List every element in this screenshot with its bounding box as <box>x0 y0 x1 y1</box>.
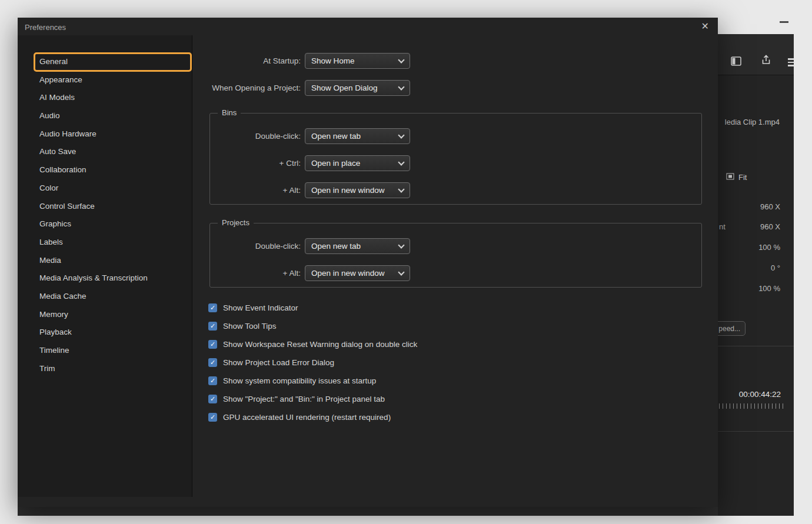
property-value[interactable]: 960 X <box>760 222 780 231</box>
checkbox-row: ✓ Show Workspace Reset Warning dialog on… <box>208 335 718 353</box>
share-export-icon[interactable] <box>760 54 772 68</box>
bins-double-click-select[interactable]: Open new tab <box>305 128 410 144</box>
checkbox-label: Show Project Load Error Dialog <box>223 358 334 367</box>
bins-ctrl-row: + Ctrl: Open in place <box>210 155 701 171</box>
dropdown-value: Open in new window <box>311 269 385 278</box>
close-icon[interactable]: ✕ <box>701 21 709 32</box>
general-settings-panel: At Startup: Show Home When Opening a Pro… <box>193 35 718 507</box>
project-bin-panel-tab-checkbox[interactable]: ✓ <box>208 395 217 403</box>
open-project-label: When Opening a Project: <box>193 84 301 92</box>
sidebar-item-audio[interactable]: Audio <box>34 107 191 125</box>
dropdown-value: Open new tab <box>311 132 361 141</box>
checkbox-row: ✓ Show Tool Tips <box>208 317 718 335</box>
preferences-dialog: Preferences ✕ General Appearance AI Mode… <box>18 18 718 507</box>
sidebar-item-control-surface[interactable]: Control Surface <box>34 198 191 216</box>
sidebar-item-collaboration[interactable]: Collaboration <box>34 161 191 179</box>
show-tool-tips-checkbox[interactable]: ✓ <box>208 322 217 331</box>
ctrl-label: + Ctrl: <box>210 159 301 168</box>
double-click-label: Double-click: <box>210 132 301 141</box>
projects-alt-row: + Alt: Open in new window <box>210 265 701 281</box>
system-compatibility-checkbox[interactable]: ✓ <box>208 376 217 385</box>
checkbox-label: Show Event Indicator <box>223 303 298 312</box>
property-row: 960 X <box>719 201 780 212</box>
panel-divider <box>718 431 794 432</box>
dropdown-value: Show Home <box>311 56 355 65</box>
double-click-label: Double-click: <box>210 242 301 251</box>
sidebar-item-audio-hardware[interactable]: Audio Hardware <box>34 125 191 143</box>
at-startup-label: At Startup: <box>193 56 301 65</box>
alt-label: + Alt: <box>210 186 301 195</box>
chevron-down-icon <box>398 269 404 275</box>
property-value[interactable]: 100 % <box>758 243 780 252</box>
sidebar-item-timeline[interactable]: Timeline <box>34 342 191 360</box>
checkbox-row: ✓ Show system compatibility issues at st… <box>208 372 718 390</box>
dropdown-value: Show Open Dialog <box>311 84 378 92</box>
property-value[interactable]: 100 % <box>758 284 780 293</box>
sidebar-item-color[interactable]: Color <box>34 179 191 198</box>
sidebar-item-auto-save[interactable]: Auto Save <box>34 143 191 161</box>
show-event-indicator-checkbox[interactable]: ✓ <box>208 303 217 312</box>
sidebar: General Appearance AI Models Audio Audio… <box>18 35 192 497</box>
at-startup-select[interactable]: Show Home <box>305 53 410 69</box>
sidebar-item-memory[interactable]: Memory <box>34 306 191 324</box>
fit-zoom-control[interactable]: Fit <box>726 173 747 182</box>
fit-label: Fit <box>738 173 747 182</box>
chevron-down-icon <box>398 84 404 90</box>
projects-double-click-select[interactable]: Open new tab <box>305 238 410 254</box>
gpu-rendering-checkbox[interactable]: ✓ <box>208 413 217 422</box>
timecode-display[interactable]: 00:00:44:22 <box>739 390 781 399</box>
sidebar-item-general[interactable]: General <box>34 53 191 71</box>
chevron-down-icon <box>398 186 404 192</box>
property-row: 0 ° <box>719 262 780 273</box>
sidebar-item-labels[interactable]: Labels <box>34 233 191 252</box>
minimize-icon[interactable] <box>780 21 788 23</box>
property-label-fragment: nt <box>719 222 726 231</box>
sidebar-item-media-analysis-transcription[interactable]: Media Analysis & Transcription <box>34 269 191 288</box>
sidebar-item-media-cache[interactable]: Media Cache <box>34 288 191 306</box>
sidebar-item-appearance[interactable]: Appearance <box>34 71 191 89</box>
bins-group-title: Bins <box>218 108 241 117</box>
app-background-sliver: ledia Clip 1.mp4 Fit 960 X nt 960 X 100 … <box>718 34 794 516</box>
sidebar-item-trim[interactable]: Trim <box>34 360 191 378</box>
workspace-reset-warning-checkbox[interactable]: ✓ <box>208 340 217 349</box>
checkbox-list: ✓ Show Event Indicator ✓ Show Tool Tips … <box>193 299 718 426</box>
fit-icon <box>726 173 734 182</box>
checkbox-row: ✓ Show Event Indicator <box>208 299 718 317</box>
projects-group: Projects Double-click: Open new tab + Al… <box>209 223 702 288</box>
checkbox-row: ✓ GPU accelerated UI rendering (restart … <box>208 408 718 426</box>
open-project-select[interactable]: Show Open Dialog <box>305 80 410 96</box>
project-load-error-checkbox[interactable]: ✓ <box>208 358 217 367</box>
sidebar-item-playback[interactable]: Playback <box>34 323 191 342</box>
property-value[interactable]: 960 X <box>760 202 780 211</box>
chevron-down-icon <box>398 56 404 63</box>
timeline-ruler[interactable] <box>719 403 785 409</box>
projects-alt-select[interactable]: Open in new window <box>305 265 410 281</box>
checkbox-row: ✓ Show Project Load Error Dialog <box>208 353 718 372</box>
dialog-title: Preferences <box>25 23 66 32</box>
sidebar-item-ai-models[interactable]: AI Models <box>34 89 191 107</box>
screenshot-root: ledia Clip 1.mp4 Fit 960 X nt 960 X 100 … <box>0 0 812 524</box>
checkbox-label: Show Workspace Reset Warning dialog on d… <box>223 340 417 349</box>
speed-button[interactable]: peed... <box>718 321 746 336</box>
projects-double-click-row: Double-click: Open new tab <box>210 238 701 254</box>
bins-ctrl-select[interactable]: Open in place <box>305 155 410 171</box>
bins-alt-select[interactable]: Open in new window <box>305 182 410 198</box>
chevron-down-icon <box>398 242 404 248</box>
bins-double-click-row: Double-click: Open new tab <box>210 128 701 144</box>
clip-name-label: ledia Clip 1.mp4 <box>725 118 780 126</box>
property-value[interactable]: 0 ° <box>771 263 780 272</box>
property-row: nt 960 X <box>719 221 780 232</box>
dropdown-value: Open in place <box>311 159 360 168</box>
checkbox-label: Show Tool Tips <box>223 322 277 331</box>
sidebar-item-graphics[interactable]: Graphics <box>34 215 191 233</box>
hamburger-menu-icon[interactable] <box>788 58 794 68</box>
checkbox-label: Show "Project:" and "Bin:" in Project pa… <box>223 395 385 403</box>
checkbox-label: Show system compatibility issues at star… <box>223 376 376 385</box>
chevron-down-icon <box>398 132 404 138</box>
sidebar-item-media[interactable]: Media <box>34 252 191 270</box>
checkbox-row: ✓ Show "Project:" and "Bin:" in Project … <box>208 390 718 408</box>
chevron-down-icon <box>398 159 404 165</box>
property-row: 100 % <box>719 241 780 253</box>
app-window-bottom-edge <box>18 507 794 516</box>
panel-layout-icon[interactable] <box>731 56 741 68</box>
